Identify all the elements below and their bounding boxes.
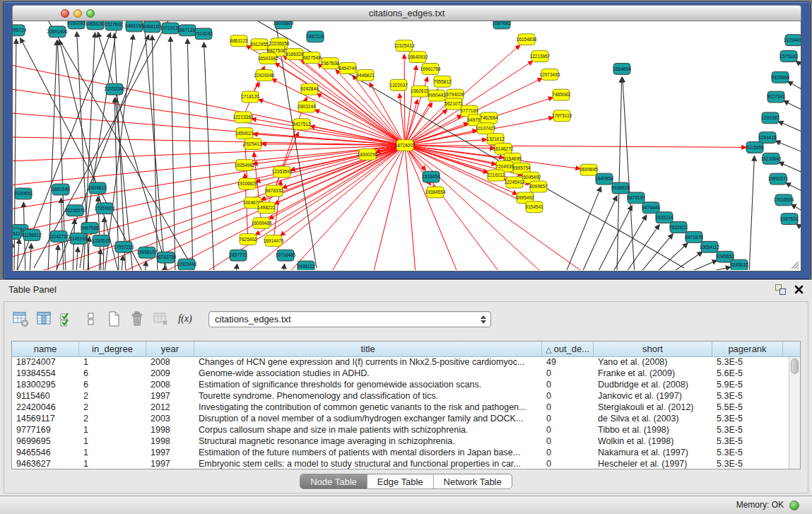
graph-node[interactable]: 12325413 — [394, 40, 415, 52]
graph-node[interactable]: 10654112 — [700, 241, 720, 252]
graph-node[interactable]: 8471676 — [685, 231, 703, 243]
graph-node[interactable]: 21053346 — [105, 83, 125, 95]
graph-edge[interactable] — [786, 183, 801, 193]
table-cell[interactable]: 1997 — [146, 391, 194, 402]
table-cell[interactable]: Franke et al. (2009) — [594, 368, 712, 380]
table-cell[interactable]: 18724007 — [12, 357, 79, 368]
graph-edge[interactable] — [187, 39, 193, 270]
table-cell[interactable]: 5.5E-5 — [712, 402, 783, 414]
graph-node[interactable]: 1518454 — [422, 171, 440, 182]
table-row[interactable]: 946362711997Embryonic stem cells: a mode… — [12, 459, 789, 469]
graph-node[interactable]: 9227341 — [767, 91, 785, 103]
table-cell[interactable]: Hescheler et al. (1997) — [594, 459, 712, 469]
table-cell[interactable]: 9115460 — [12, 391, 79, 402]
table-cell[interactable]: 1 — [79, 448, 146, 459]
graph-node[interactable]: 2367608 — [321, 58, 339, 69]
graph-node[interactable]: 1664894 — [613, 63, 631, 74]
table-cell[interactable]: Estimation of the future numbers of pati… — [194, 448, 542, 459]
graph-edge[interactable] — [779, 162, 801, 173]
graph-edge[interactable] — [655, 243, 688, 270]
graph-node[interactable]: 11254493 — [784, 35, 801, 46]
graph-node[interactable]: 20206576 — [65, 205, 86, 216]
graph-node[interactable]: 8878332 — [265, 185, 283, 197]
graph-edge[interactable] — [582, 196, 617, 270]
table-cell[interactable]: Investigating the contribution of common… — [194, 402, 542, 414]
graph-node[interactable]: 8938924 — [611, 182, 630, 194]
graph-node[interactable]: 16543382 — [258, 53, 278, 64]
graph-edge[interactable] — [373, 146, 405, 270]
column-header-out_de[interactable]: △ out_de... — [542, 341, 594, 357]
table-cell[interactable]: 2008 — [146, 357, 194, 368]
graph-node[interactable]: 9150283 — [67, 21, 86, 29]
clear-selection-button[interactable] — [80, 308, 101, 329]
graph-node[interactable]: 7462664 — [480, 112, 498, 124]
graph-node[interactable]: 2216112 — [488, 170, 505, 181]
table-cell[interactable]: 2003 — [146, 414, 194, 425]
graph-node[interactable]: 12973493 — [540, 69, 560, 80]
table-cell[interactable]: 1 — [79, 436, 146, 448]
column-header-title[interactable]: title — [194, 341, 542, 357]
table-cell[interactable]: 0 — [542, 414, 594, 425]
graph-edge[interactable] — [778, 122, 801, 132]
graph-edge[interactable] — [617, 77, 622, 270]
graph-node[interactable]: 16640910 — [408, 52, 428, 63]
table-cell[interactable]: 5.3E-5 — [712, 357, 783, 368]
table-cell[interactable]: 0 — [542, 391, 594, 402]
graph-edge[interactable] — [565, 187, 601, 270]
graph-node[interactable]: 20891406 — [47, 26, 68, 37]
graph-edge[interactable] — [288, 146, 405, 270]
graph-node[interactable]: 2718120 — [241, 91, 259, 103]
graph-node[interactable]: 9436112 — [298, 261, 315, 270]
scrollbar-thumb[interactable] — [791, 358, 799, 374]
graph-node[interactable]: 1604612 — [88, 182, 107, 194]
table-row[interactable]: 1872400712008Changes of HCN gene express… — [12, 357, 789, 368]
graph-node[interactable]: 12213383 — [233, 112, 254, 123]
table-cell[interactable]: 1 — [79, 459, 146, 469]
graph-node[interactable]: 9115958 — [746, 142, 764, 153]
graph-node[interactable]: 12042757 — [49, 230, 69, 242]
graph-edge[interactable] — [405, 65, 416, 145]
table-row[interactable]: 911546021997Tourette syndrome. Phenomeno… — [12, 391, 789, 402]
table-cell[interactable]: 2008 — [146, 380, 194, 391]
graph-node[interactable]: 12923448 — [177, 259, 197, 270]
table-cell[interactable]: 5.6E-5 — [712, 368, 783, 380]
table-row[interactable]: 969969511998Structural magnetic resonanc… — [12, 436, 789, 448]
graph-edge[interactable] — [143, 21, 165, 268]
table-cell[interactable]: 5.3E-5 — [712, 436, 783, 448]
graph-node[interactable]: 1891545 — [52, 184, 70, 195]
table-cell[interactable]: 6 — [79, 380, 146, 391]
show-columns-button[interactable] — [33, 308, 54, 329]
column-header-name[interactable]: name — [12, 341, 79, 357]
close-panel-icon[interactable] — [794, 285, 804, 294]
table-scrollbar[interactable] — [789, 357, 800, 469]
table-cell[interactable]: Embryonic stem cells: a model to study s… — [194, 459, 542, 469]
graph-edge[interactable] — [98, 32, 168, 270]
graph-edge[interactable] — [404, 54, 405, 146]
table-cell[interactable]: Structural magnetic resonance image aver… — [194, 436, 542, 448]
table-cell[interactable]: 5.3E-5 — [712, 414, 783, 425]
graph-node[interactable]: 9990443 — [428, 90, 446, 101]
graph-node[interactable]: 2935114 — [656, 212, 673, 223]
table-cell[interactable]: de Silva et al. (2003) — [594, 414, 712, 425]
table-cell[interactable]: 0 — [542, 368, 594, 380]
graph-node[interactable]: 18300295 — [358, 148, 378, 160]
graph-node[interactable]: 17016504 — [774, 194, 794, 206]
graph-node[interactable]: 1640954 — [595, 173, 613, 185]
table-cell[interactable]: 0 — [542, 402, 594, 414]
graph-node[interactable]: 16782759 — [156, 252, 177, 263]
table-cell[interactable]: 5.3E-5 — [712, 391, 783, 402]
graph-edge[interactable] — [122, 255, 123, 270]
graph-node[interactable]: 1145193 — [70, 233, 88, 244]
table-cell[interactable]: 1998 — [146, 436, 194, 448]
graph-edge[interactable] — [272, 79, 405, 146]
graph-node[interactable]: 2857771 — [229, 250, 247, 261]
graph-node[interactable]: 11156812 — [22, 229, 42, 240]
graph-node[interactable]: 9468160 — [143, 21, 161, 33]
table-cell[interactable]: 18300295 — [12, 380, 79, 391]
memory-status-indicator[interactable] — [789, 501, 799, 510]
graph-node[interactable]: 9245032 — [730, 259, 748, 270]
citation-network-graph[interactable]: 1872400788611238912955222260589827508818… — [13, 21, 801, 270]
table-cell[interactable]: Nakamura et al. (1997) — [594, 448, 712, 459]
graph-node[interactable]: 2030651 — [14, 188, 33, 199]
graph-node[interactable]: 1167531 — [781, 214, 799, 225]
